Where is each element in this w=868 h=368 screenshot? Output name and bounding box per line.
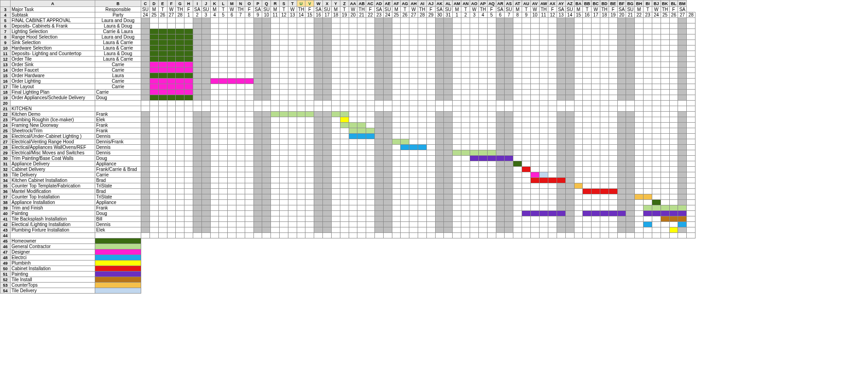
task-party-25[interactable]: Frank xyxy=(95,128,141,134)
cell-r38-d40[interactable] xyxy=(487,200,496,205)
cell-r20-d60[interactable] xyxy=(661,101,669,106)
cell-r25-d25[interactable] xyxy=(357,128,366,134)
cell-r9-d11[interactable] xyxy=(236,40,245,45)
cell-r39-d4[interactable] xyxy=(176,205,184,211)
cell-r28-d43[interactable] xyxy=(513,145,522,150)
cell-r5-d23[interactable] xyxy=(340,18,349,23)
cell-r32-d22[interactable] xyxy=(331,167,340,172)
task-name-8[interactable]: Range Hood Selection xyxy=(11,34,95,40)
cell-r42-d11[interactable] xyxy=(236,222,245,227)
cell-r20-d17[interactable] xyxy=(288,101,297,106)
cell-r36-d34[interactable] xyxy=(435,189,444,194)
cell-r44-d44[interactable] xyxy=(522,233,531,238)
cell-r21-d27[interactable] xyxy=(374,106,383,112)
row-header-50[interactable]: 50 xyxy=(0,266,11,272)
cell-r11-d2[interactable] xyxy=(158,51,167,57)
task-party-10[interactable]: Laura & Carrie xyxy=(95,45,141,51)
cell-r38-d36[interactable] xyxy=(453,200,461,205)
cell-r35-d5[interactable] xyxy=(184,183,193,189)
cell-r18-d46[interactable] xyxy=(539,90,548,95)
cell-r8-d26[interactable] xyxy=(366,34,375,40)
cell-r11-d39[interactable] xyxy=(478,51,487,57)
cell-r8-d27[interactable] xyxy=(374,34,383,40)
cell-r27-d31[interactable] xyxy=(409,139,418,145)
cell-r42-d50[interactable] xyxy=(574,222,583,227)
row-header-21[interactable]: 21 xyxy=(0,106,11,112)
date-17[interactable]: 13 xyxy=(288,12,297,18)
cell-r24-d10[interactable] xyxy=(228,123,236,128)
cell-r24-d20[interactable] xyxy=(314,123,323,128)
cell-r13-d56[interactable] xyxy=(626,62,635,68)
cell-r18-d23[interactable] xyxy=(340,90,349,95)
cell-r29-d38[interactable] xyxy=(470,150,479,156)
cell-r9-d32[interactable] xyxy=(418,40,427,45)
cell-r28-d60[interactable] xyxy=(661,145,669,150)
cell-r32-d37[interactable] xyxy=(461,167,470,172)
cell-r38-d24[interactable] xyxy=(349,200,357,205)
cell-r44-d31[interactable] xyxy=(409,233,418,238)
cell-r37-d4[interactable] xyxy=(176,194,184,200)
cell-r42-d47[interactable] xyxy=(548,222,557,227)
cell-r29-d63[interactable] xyxy=(687,150,696,156)
cell-r34-d32[interactable] xyxy=(418,178,427,183)
cell-r28-d56[interactable] xyxy=(626,145,635,150)
date-50[interactable]: 15 xyxy=(574,12,583,18)
cell-r27-d5[interactable] xyxy=(184,139,193,145)
cell-r44-d52[interactable] xyxy=(592,233,600,238)
cell-r27-d9[interactable] xyxy=(219,139,228,145)
row-header-26[interactable]: 26 xyxy=(0,134,11,139)
cell-r11-d36[interactable] xyxy=(453,51,461,57)
cell-r36-d3[interactable] xyxy=(167,189,176,194)
cell-r34-d36[interactable] xyxy=(453,178,461,183)
cell-r28-d4[interactable] xyxy=(176,145,184,150)
cell-r40-d26[interactable] xyxy=(366,211,375,216)
weekday-5[interactable]: F xyxy=(184,7,193,12)
cell-r20-d56[interactable] xyxy=(626,101,635,106)
cell-r30-d25[interactable] xyxy=(357,156,366,161)
cell-r8-d54[interactable] xyxy=(609,34,617,40)
date-58[interactable]: 23 xyxy=(644,12,652,18)
cell-r20-d20[interactable] xyxy=(314,101,323,106)
cell-r23-d53[interactable] xyxy=(600,117,609,123)
cell-r15-d57[interactable] xyxy=(635,73,644,79)
weekday-12[interactable]: F xyxy=(245,7,253,12)
cell-r28-d40[interactable] xyxy=(487,145,496,150)
cell-r39-d36[interactable] xyxy=(453,205,461,211)
task-party-14[interactable]: Carrie xyxy=(95,68,141,73)
cell-r5-d24[interactable] xyxy=(349,18,357,23)
cell-r30-d32[interactable] xyxy=(418,156,427,161)
cell-r43-d32[interactable] xyxy=(418,227,427,233)
cell-r29-d27[interactable] xyxy=(374,150,383,156)
cell-r39-d18[interactable] xyxy=(297,205,305,211)
cell-r26-d5[interactable] xyxy=(184,134,193,139)
cell-r28-d38[interactable] xyxy=(470,145,479,150)
cell-r42-d5[interactable] xyxy=(184,222,193,227)
cell-r17-d17[interactable] xyxy=(288,84,297,90)
cell-r17-d24[interactable] xyxy=(349,84,357,90)
cell-r14-d40[interactable] xyxy=(487,68,496,73)
cell-r10-d55[interactable] xyxy=(617,45,626,51)
cell-r9-d22[interactable] xyxy=(331,40,340,45)
task-name-27[interactable]: Electrical/Venting Range Hood xyxy=(11,139,95,145)
cell-r24-d36[interactable] xyxy=(453,123,461,128)
cell-r18-d7[interactable] xyxy=(201,90,210,95)
task-party-34[interactable]: Brad xyxy=(95,178,141,183)
cell-r22-d58[interactable] xyxy=(644,112,652,117)
cell-r39-d2[interactable] xyxy=(158,205,167,211)
cell-r31-d58[interactable] xyxy=(644,161,652,167)
cell-r43-d42[interactable] xyxy=(505,227,513,233)
cell-r21-d46[interactable] xyxy=(539,106,548,112)
cell-r10-d24[interactable] xyxy=(349,45,357,51)
cell-r33-d19[interactable] xyxy=(305,172,314,178)
cell-r37-d61[interactable] xyxy=(669,194,678,200)
cell-r28-d46[interactable] xyxy=(539,145,548,150)
col-header-BI[interactable]: BI xyxy=(644,0,652,7)
cell-r20-d25[interactable] xyxy=(357,101,366,106)
cell-r19-d2[interactable] xyxy=(158,95,167,101)
cell-r37-d18[interactable] xyxy=(297,194,305,200)
cell-r38-d7[interactable] xyxy=(201,200,210,205)
cell-r7-d37[interactable] xyxy=(461,29,470,34)
cell-r10-d52[interactable] xyxy=(592,45,600,51)
cell-r21-d14[interactable] xyxy=(262,106,271,112)
cell-r27-d43[interactable] xyxy=(513,139,522,145)
